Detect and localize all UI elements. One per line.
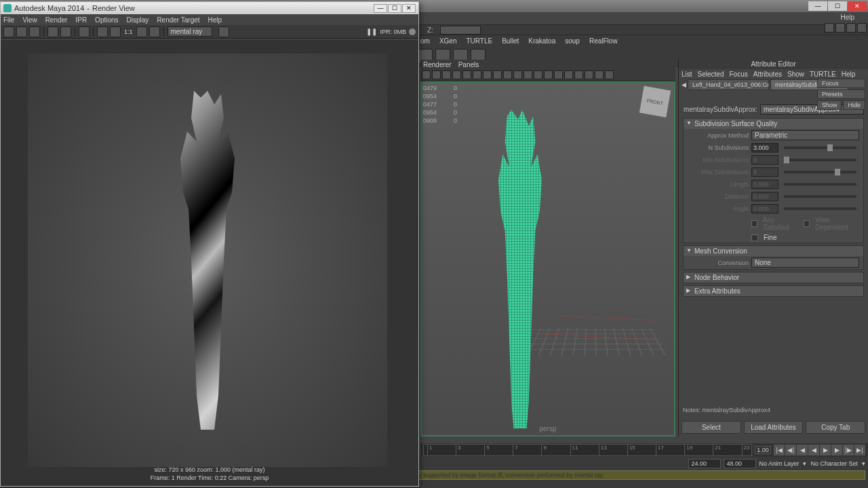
hide-button[interactable]: Hide bbox=[843, 100, 865, 110]
render-viewport[interactable]: size: 720 x 960 zoom: 1.000 (mental ray)… bbox=[1, 40, 418, 486]
render-titlebar[interactable]: Autodesk Maya 2014 - Render View — ☐ ✕ bbox=[1, 2, 418, 14]
layout-icon-4[interactable] bbox=[857, 23, 867, 33]
keep-image-icon[interactable] bbox=[136, 26, 147, 37]
render-menu-item[interactable]: Display bbox=[127, 16, 149, 24]
fine-checkbox[interactable] bbox=[751, 235, 758, 241]
n-subdiv-slider[interactable] bbox=[784, 146, 856, 149]
goto-end-icon[interactable]: ▶| bbox=[854, 445, 865, 455]
attr-menu-item[interactable]: Attributes bbox=[753, 70, 782, 78]
render-menu-item[interactable]: Options bbox=[95, 16, 118, 24]
vp-tab-renderer[interactable]: Renderer bbox=[423, 61, 452, 68]
render-menu-item[interactable]: File bbox=[3, 16, 14, 24]
layout-icon-2[interactable] bbox=[835, 23, 845, 33]
attr-menu-item[interactable]: Selected bbox=[698, 70, 724, 78]
renderer-dropdown[interactable]: mental ray bbox=[167, 26, 213, 37]
render-region-icon[interactable] bbox=[16, 26, 27, 37]
vp-icon[interactable] bbox=[473, 70, 481, 79]
minimize-button[interactable]: — bbox=[808, 1, 827, 11]
presets-button[interactable]: Presets bbox=[817, 89, 865, 99]
vp-icon[interactable] bbox=[574, 70, 583, 79]
attr-menu-item[interactable]: List bbox=[682, 70, 692, 78]
render-globals-icon[interactable] bbox=[79, 26, 90, 37]
attr-menu-item[interactable]: Show bbox=[787, 70, 804, 78]
vp-icon[interactable] bbox=[554, 70, 563, 79]
maximize-button[interactable]: ☐ bbox=[828, 1, 847, 11]
char-set-dropdown[interactable]: No Character Set bbox=[810, 460, 858, 467]
section-header[interactable]: Mesh Conversion bbox=[684, 246, 863, 256]
timeline[interactable]: 1357911131517192123 1.00 |◀ ◀| ◀ ◀ ▶ ▶ |… bbox=[420, 443, 868, 457]
vp-icon[interactable] bbox=[432, 70, 441, 79]
play-forward-icon[interactable]: ▶ bbox=[820, 445, 831, 455]
shelf-tab[interactable]: Bullet bbox=[502, 37, 519, 45]
viewport-canvas[interactable]: 0479 00954 00477 00954 00908 0 FRONT per… bbox=[420, 81, 675, 436]
vp-icon[interactable] bbox=[534, 70, 542, 79]
remove-image-icon[interactable] bbox=[149, 26, 160, 37]
render-view-window[interactable]: Autodesk Maya 2014 - Render View — ☐ ✕ F… bbox=[0, 1, 419, 487]
wireframe-mesh[interactable] bbox=[466, 110, 574, 428]
one-to-one-button[interactable]: 1:1 bbox=[123, 28, 134, 35]
layout-icon-1[interactable] bbox=[825, 23, 834, 33]
attr-tab[interactable]: Left_Hand_04_v013_006:Group1Shape bbox=[688, 79, 769, 90]
step-back-key-icon[interactable]: ◀| bbox=[785, 445, 796, 455]
pause-icon[interactable]: ❚❚ bbox=[366, 28, 377, 35]
vp-icon[interactable] bbox=[452, 70, 461, 79]
shelf-tab[interactable]: Krakatoa bbox=[528, 37, 555, 45]
vp-icon[interactable] bbox=[462, 70, 471, 79]
render-menu-item[interactable]: Render bbox=[45, 16, 68, 24]
conversion-dropdown[interactable]: None bbox=[751, 258, 859, 268]
goto-start-icon[interactable]: |◀ bbox=[774, 445, 785, 455]
step-fwd-key-icon[interactable]: |▶ bbox=[843, 445, 854, 455]
approx-method-dropdown[interactable]: Parametric bbox=[751, 130, 859, 140]
current-frame-field[interactable]: 1.00 bbox=[755, 446, 771, 454]
close-ipr-icon[interactable] bbox=[409, 28, 416, 35]
n-subdiv-field[interactable]: 3.000 bbox=[751, 143, 778, 152]
playback-start-field[interactable]: 24.00 bbox=[688, 459, 721, 468]
section-header[interactable]: Subdivision Surface Quality bbox=[684, 119, 863, 129]
load-attrs-button[interactable]: Load Attributes bbox=[744, 421, 804, 434]
snapshot-icon[interactable] bbox=[29, 26, 40, 37]
render-menu-item[interactable]: Render Target bbox=[157, 16, 199, 24]
vp-tab-panels[interactable]: Panels bbox=[458, 61, 479, 68]
rgb-icon[interactable] bbox=[97, 26, 108, 37]
layout-icon-3[interactable] bbox=[846, 23, 856, 33]
viewcube[interactable]: FRONT bbox=[639, 86, 671, 117]
shelf-tab[interactable]: om bbox=[420, 37, 430, 45]
play-back-icon[interactable]: ◀ bbox=[808, 445, 819, 455]
render-menu-item[interactable]: IPR bbox=[75, 16, 87, 24]
shelf-tab[interactable]: XGen bbox=[439, 37, 457, 45]
select-button[interactable]: Select bbox=[682, 421, 741, 434]
vp-icon[interactable] bbox=[605, 70, 614, 79]
section-header[interactable]: Node Behavior bbox=[684, 272, 863, 283]
close-button[interactable]: ✕ bbox=[848, 1, 867, 11]
menu-help[interactable]: Help bbox=[840, 14, 854, 21]
time-slider[interactable]: 1357911131517192123 bbox=[423, 444, 752, 456]
z-field[interactable] bbox=[440, 26, 481, 35]
attr-menu-item[interactable]: Focus bbox=[729, 70, 747, 78]
step-fwd-icon[interactable]: ▶ bbox=[831, 445, 842, 455]
vp-icon[interactable] bbox=[585, 70, 593, 79]
shelf-tab[interactable]: RealFlow bbox=[589, 37, 618, 45]
vp-icon[interactable] bbox=[524, 70, 532, 79]
shelf-tab[interactable]: TURTLE bbox=[466, 37, 492, 45]
minimize-button[interactable]: — bbox=[374, 4, 387, 13]
bake-icon[interactable] bbox=[218, 26, 229, 37]
vp-icon[interactable] bbox=[503, 70, 512, 79]
show-button[interactable]: Show bbox=[817, 100, 842, 110]
step-back-icon[interactable]: ◀ bbox=[797, 445, 808, 455]
render-menu-item[interactable]: Help bbox=[208, 16, 222, 24]
vp-icon[interactable] bbox=[595, 70, 604, 79]
playback-end-field[interactable]: 48.00 bbox=[724, 459, 756, 468]
ipr-render-icon[interactable] bbox=[47, 26, 58, 37]
section-header[interactable]: Extra Attributes bbox=[684, 286, 863, 296]
vp-icon[interactable] bbox=[483, 70, 492, 79]
focus-button[interactable]: Focus bbox=[817, 79, 865, 88]
alpha-icon[interactable] bbox=[110, 26, 121, 37]
attr-menu-item[interactable]: Help bbox=[842, 70, 856, 78]
shelf-tab[interactable]: soup bbox=[565, 37, 580, 45]
maximize-button[interactable]: ☐ bbox=[388, 4, 401, 13]
copy-tab-button[interactable]: Copy Tab bbox=[806, 421, 865, 434]
redo-render-icon[interactable] bbox=[3, 26, 14, 37]
render-menu-item[interactable]: View bbox=[22, 16, 37, 24]
vp-icon[interactable] bbox=[544, 70, 553, 79]
refresh-ipr-icon[interactable] bbox=[60, 26, 71, 37]
